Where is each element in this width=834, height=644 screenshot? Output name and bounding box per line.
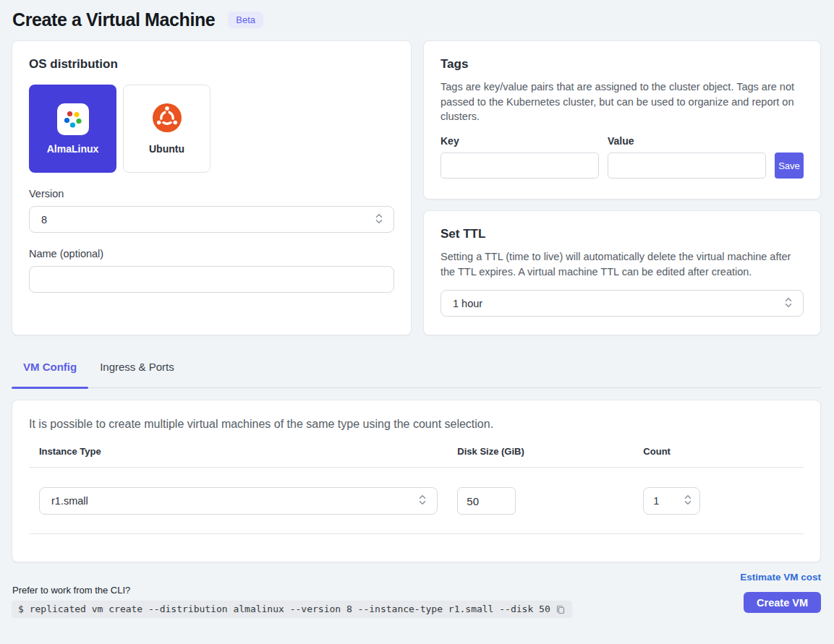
vm-config-card: It is possible to create multiple virtua… — [12, 400, 821, 562]
os-tile-almalinux[interactable]: AlmaLinux — [29, 85, 116, 173]
version-select-value: 8 — [41, 214, 47, 226]
cli-prompt-label: Prefer to work from the CLI? — [12, 585, 572, 596]
value-label: Value — [608, 135, 766, 147]
instance-type-value: r1.small — [51, 495, 88, 507]
chevron-updown-icon — [684, 494, 692, 509]
value-input[interactable] — [608, 153, 766, 179]
set-ttl-card: Set TTL Setting a TTL (time to live) wil… — [423, 210, 821, 335]
ttl-select[interactable]: 1 hour — [441, 290, 804, 317]
os-tile-ubuntu[interactable]: Ubuntu — [123, 85, 210, 173]
top-cards-row: OS distribution AlmaLinux — [12, 40, 821, 335]
tag-key-column: Key — [441, 135, 599, 179]
page-title: Create a Virtual Machine — [12, 9, 215, 30]
beta-badge: Beta — [228, 12, 263, 28]
cli-command-text: $ replicated vm create --distribution al… — [18, 604, 550, 614]
count-value: 1 — [653, 495, 659, 507]
count-cell: 1 — [633, 487, 804, 515]
os-distribution-card: OS distribution AlmaLinux — [12, 40, 412, 335]
tags-form: Key Value Save — [441, 135, 804, 179]
tags-card-title: Tags — [441, 57, 804, 72]
chevron-updown-icon — [375, 212, 383, 227]
count-stepper[interactable]: 1 — [643, 487, 700, 515]
os-tile-label: Ubuntu — [149, 143, 184, 155]
vm-config-intro: It is possible to create multiple virtua… — [29, 418, 804, 431]
create-vm-button[interactable]: Create VM — [744, 592, 821, 613]
key-input[interactable] — [441, 153, 599, 179]
chevron-updown-icon — [784, 296, 793, 311]
instance-type-cell: r1.small — [29, 487, 447, 515]
version-select[interactable]: 8 — [29, 206, 394, 233]
estimate-vm-cost-link[interactable]: Estimate VM cost — [740, 572, 821, 583]
disk-size-input[interactable] — [457, 487, 516, 515]
copy-icon[interactable] — [556, 604, 566, 614]
name-input[interactable] — [29, 266, 394, 293]
column-disk-size: Disk Size (GiB) — [447, 446, 633, 467]
key-label: Key — [441, 135, 599, 147]
column-count: Count — [633, 446, 804, 467]
table-row: r1.small 1 — [29, 468, 804, 534]
ttl-card-description: Setting a TTL (time to live) will automa… — [441, 249, 804, 279]
ttl-card-title: Set TTL — [441, 227, 804, 241]
tags-card-description: Tags are key/value pairs that are assign… — [441, 80, 804, 124]
vm-table: Instance Type Disk Size (GiB) Count r1.s… — [29, 446, 804, 534]
tags-card: Tags Tags are key/value pairs that are a… — [423, 40, 821, 199]
almalinux-logo-icon — [57, 103, 89, 135]
column-instance-type: Instance Type — [29, 446, 447, 467]
page-header: Create a Virtual Machine Beta — [12, 9, 821, 30]
os-tile-label: AlmaLinux — [47, 143, 99, 155]
os-card-title: OS distribution — [29, 57, 394, 72]
create-vm-page: Create a Virtual Machine Beta OS distrib… — [0, 0, 834, 618]
name-label: Name (optional) — [29, 248, 394, 259]
ubuntu-logo-icon — [153, 103, 182, 135]
save-tag-button[interactable]: Save — [775, 153, 804, 179]
os-tiles: AlmaLinux — [29, 85, 394, 173]
vm-table-header: Instance Type Disk Size (GiB) Count — [29, 446, 804, 468]
chevron-updown-icon — [418, 494, 427, 508]
ttl-select-value: 1 hour — [453, 298, 482, 309]
right-column: Tags Tags are key/value pairs that are a… — [423, 40, 821, 335]
cli-section: Prefer to work from the CLI? $ replicate… — [12, 585, 572, 618]
tab-bar: VM Config Ingress & Ports — [12, 355, 821, 388]
tab-vm-config[interactable]: VM Config — [12, 355, 88, 387]
disk-size-cell — [447, 487, 633, 515]
footer-actions: Estimate VM cost Create VM — [740, 572, 821, 613]
tag-value-column: Value — [608, 135, 766, 179]
page-footer: Prefer to work from the CLI? $ replicate… — [12, 572, 821, 618]
version-label: Version — [29, 188, 394, 199]
cli-command-block: $ replicated vm create --distribution al… — [12, 601, 572, 618]
instance-type-select[interactable]: r1.small — [39, 487, 438, 515]
tab-ingress-ports[interactable]: Ingress & Ports — [88, 355, 186, 387]
